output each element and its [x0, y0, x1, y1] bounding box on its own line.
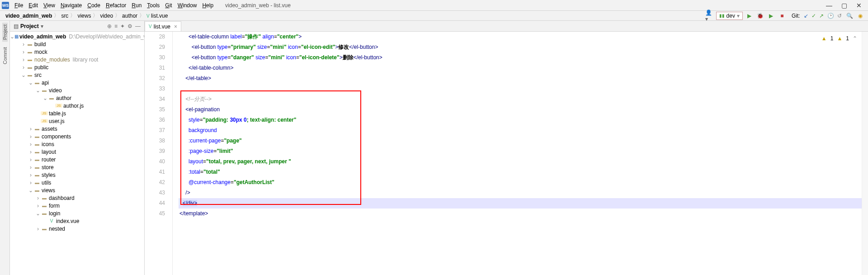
menu-file[interactable]: File [12, 2, 26, 9]
line-30[interactable]: <el-button type="danger" size="mini" ico… [179, 52, 862, 63]
menu-tools[interactable]: Tools [144, 2, 162, 9]
select-opened-icon[interactable]: ⊕ [107, 23, 112, 29]
line-29[interactable]: <el-button type="primary" size="mini" ic… [179, 42, 862, 52]
main-area: Project Commit ▤ Project ▾ ⊕ ≡ ✦ ⚙ — ⌄▦v… [0, 21, 868, 275]
tree-author[interactable]: ⌄▬author [10, 94, 144, 102]
inspections-chevron-icon: ⌃ [853, 33, 857, 44]
line-38[interactable]: :current-page="page" [179, 136, 862, 146]
menu-window[interactable]: Window [175, 2, 200, 9]
tree-src[interactable]: ⌄▬src [10, 71, 144, 79]
line-37[interactable]: background [179, 125, 862, 136]
tree-video[interactable]: ⌄▬video [10, 86, 144, 94]
tree-login[interactable]: ⌄▬login [10, 209, 144, 217]
git-commit-icon[interactable]: ✓ [811, 13, 816, 19]
tree-table.js[interactable]: JStable.js [10, 109, 144, 117]
menu-edit[interactable]: Edit [26, 2, 41, 9]
code-editor[interactable]: 282930313233343536373839404142434445 <el… [145, 32, 868, 275]
tree-nested[interactable]: ›▬nested [10, 225, 144, 232]
tree-dashboard[interactable]: ›▬dashboard [10, 194, 144, 202]
tree-utils[interactable]: ›▬utils [10, 179, 144, 186]
line-35[interactable]: <el-pagination [179, 104, 862, 115]
tab-list-vue[interactable]: V list.vue × [145, 21, 181, 31]
git-push-icon[interactable]: ↗ [819, 13, 824, 19]
line-44[interactable]: </div> [179, 198, 862, 209]
menu-git[interactable]: Git [162, 2, 175, 9]
git-rollback-icon[interactable]: ↺ [837, 13, 842, 19]
run-config-selector[interactable]: ▮▮ dev ▾ [716, 12, 743, 20]
line-40[interactable]: layout="total, prev, pager, next, jumper… [179, 156, 862, 167]
line-42[interactable]: @current-change="getAuthorList" [179, 177, 862, 188]
hide-icon[interactable]: — [135, 23, 141, 29]
project-view-icon: ▤ [14, 23, 19, 29]
menu-code[interactable]: Code [85, 2, 103, 9]
tree-form[interactable]: ›▬form [10, 202, 144, 209]
tree-public[interactable]: ›▬public [10, 63, 144, 71]
tree-views[interactable]: ⌄▬views [10, 186, 144, 194]
line-36[interactable]: style="padding: 30px 0; text-align: cent… [179, 115, 862, 125]
vue-icon: ▮▮ [719, 13, 725, 18]
tree-mock[interactable]: ›▬mock [10, 48, 144, 56]
crumb-video_admin_web[interactable]: video_admin_web [5, 13, 52, 19]
project-tree[interactable]: ⌄▦video_admin_webD:\Develop\Web\video_ad… [10, 32, 144, 275]
stop-icon[interactable]: ■ [778, 12, 786, 20]
maximize-icon[interactable]: ▢ [841, 2, 847, 9]
fold-column[interactable] [170, 32, 179, 275]
user-icon[interactable]: 👤▾ [705, 12, 713, 20]
search-icon[interactable]: 🔍 [845, 12, 854, 20]
tree-build[interactable]: ›▬build [10, 40, 144, 48]
line-33[interactable] [179, 84, 862, 94]
crumb-list.vue[interactable]: V list.vue [146, 13, 168, 19]
line-28[interactable]: <el-table-column label="操作" align="cente… [179, 32, 862, 42]
tree-store[interactable]: ›▬store [10, 163, 144, 171]
line-43[interactable]: /> [179, 188, 862, 198]
commit-tool-tab[interactable]: Commit [2, 45, 8, 66]
code-content[interactable]: <el-table-column label="操作" align="cente… [179, 32, 862, 275]
tree-components[interactable]: ›▬components [10, 133, 144, 140]
tree-icons[interactable]: ›▬icons [10, 140, 144, 148]
menu-refactor[interactable]: Refactor [103, 2, 129, 9]
debug-icon[interactable]: 🐞 [756, 12, 764, 20]
line-34[interactable]: <!--分页--> [179, 94, 862, 104]
crumb-author[interactable]: author [122, 13, 137, 19]
crumb-views[interactable]: views [77, 13, 91, 19]
line-31[interactable]: </el-table-column> [179, 63, 862, 73]
run-config-name: dev [726, 13, 735, 19]
collapse-all-icon[interactable]: ✦ [120, 23, 125, 29]
error-stripe[interactable] [862, 32, 868, 275]
line-39[interactable]: :page-size="limit" [179, 146, 862, 156]
line-41[interactable]: :total="total" [179, 167, 862, 177]
run-icon[interactable]: ▶ [745, 12, 754, 20]
chevron-down-icon[interactable]: ▾ [41, 23, 43, 29]
tree-video_admin_web[interactable]: ⌄▦video_admin_webD:\Develop\Web\video_ad… [10, 33, 144, 40]
tree-author.js[interactable]: JSauthor.js [10, 102, 144, 109]
inspection-summary[interactable]: ▲1 ▲1 ⌃ [821, 33, 857, 44]
close-icon[interactable]: ✕ [856, 2, 862, 9]
window-title: video_admin_web - list.vue [225, 2, 291, 9]
git-actions: ↙ ✓ ↗ 🕑 ↺ [803, 13, 843, 19]
tree-assets[interactable]: ›▬assets [10, 125, 144, 133]
git-update-icon[interactable]: ↙ [804, 13, 808, 19]
ide-settings-icon[interactable]: ◉ [856, 12, 864, 20]
git-history-icon[interactable]: 🕑 [827, 13, 834, 19]
menu-navigate[interactable]: Navigate [58, 2, 85, 9]
close-icon[interactable]: × [174, 24, 177, 30]
settings-icon[interactable]: ⚙ [127, 23, 132, 29]
expand-all-icon[interactable]: ≡ [114, 23, 118, 29]
minimize-icon[interactable]: — [826, 2, 832, 9]
menu-run[interactable]: Run [129, 2, 144, 9]
tree-node_modules[interactable]: ›▬node_moduleslibrary root [10, 56, 144, 63]
line-32[interactable]: </el-table> [179, 73, 862, 84]
tree-layout[interactable]: ›▬layout [10, 148, 144, 156]
tree-user.js[interactable]: JSuser.js [10, 117, 144, 125]
line-45[interactable]: </template> [179, 209, 862, 219]
crumb-src[interactable]: src [61, 13, 68, 19]
tree-index.vue[interactable]: Vindex.vue [10, 217, 144, 225]
crumb-video[interactable]: video [100, 13, 113, 19]
tree-router[interactable]: ›▬router [10, 156, 144, 163]
tree-styles[interactable]: ›▬styles [10, 171, 144, 179]
menu-help[interactable]: Help [199, 2, 216, 9]
project-tool-tab[interactable]: Project [2, 23, 8, 42]
menu-view[interactable]: View [41, 2, 58, 9]
coverage-icon[interactable]: ▶ [767, 12, 775, 20]
tree-api[interactable]: ⌄▬api [10, 79, 144, 86]
